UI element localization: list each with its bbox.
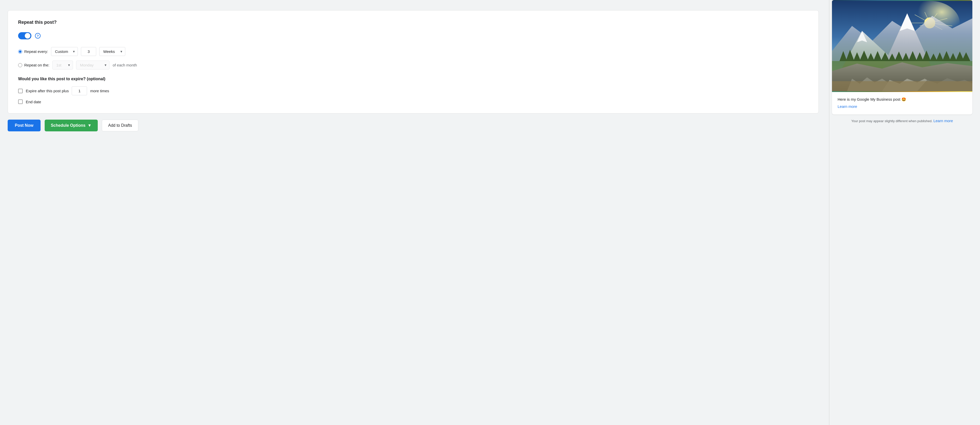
schedule-chevron-icon: ▼ <box>88 123 92 128</box>
preview-card: Here is my Google My Business post 🤩 Lea… <box>832 0 972 115</box>
preview-body: Here is my Google My Business post 🤩 Lea… <box>832 92 972 115</box>
panel-divider <box>829 0 829 425</box>
repeat-on-radio[interactable] <box>18 63 22 67</box>
repeat-number-input[interactable]: 3 <box>81 47 96 56</box>
period-select-wrapper: Days Weeks Months ▼ <box>99 47 125 56</box>
expire-number-input[interactable]: 1 <box>72 86 87 95</box>
expire-options: Expire after this post plus 1 more times… <box>18 86 808 104</box>
expire-after-row: Expire after this post plus 1 more times <box>18 86 808 95</box>
expire-title: Would you like this post to expire? (opt… <box>18 77 808 81</box>
right-panel: Here is my Google My Business post 🤩 Lea… <box>832 0 980 425</box>
repeat-every-label[interactable]: Repeat every: <box>18 50 48 54</box>
expire-section: Would you like this post to expire? (opt… <box>18 77 808 104</box>
custom-select[interactable]: Custom Daily Weekly Monthly <box>51 47 78 56</box>
repeat-every-radio[interactable] <box>18 50 22 54</box>
of-each-month-text: of each month <box>113 63 137 67</box>
custom-select-wrapper: Custom Daily Weekly Monthly ▼ <box>51 47 78 56</box>
help-icon[interactable]: ? <box>35 33 41 38</box>
disclaimer-learn-more-link[interactable]: Learn more <box>933 118 953 123</box>
repeat-toggle[interactable] <box>18 32 32 39</box>
action-bar: Post Now Schedule Options ▼ Add to Draft… <box>8 120 819 134</box>
repeat-on-row: Repeat on the: 1st 2nd 3rd 4th Last ▼ Mo… <box>18 61 808 70</box>
expire-after-checkbox[interactable] <box>18 89 23 93</box>
weekday-select[interactable]: Monday Tuesday Wednesday Thursday Friday… <box>76 61 110 70</box>
repeat-card: Repeat this post? ? Repeat every: Custom… <box>8 10 819 113</box>
end-date-label: End date <box>26 100 41 104</box>
toggle-row: ? <box>18 32 808 39</box>
period-select[interactable]: Days Weeks Months <box>99 47 125 56</box>
repeat-on-label[interactable]: Repeat on the: <box>18 63 49 67</box>
expire-after-label: Expire after this post plus <box>26 89 68 93</box>
svg-rect-40 <box>832 81 972 91</box>
left-panel: Repeat this post? ? Repeat every: Custom… <box>0 0 826 425</box>
add-to-drafts-button[interactable]: Add to Drafts <box>102 120 138 131</box>
preview-learn-more-link[interactable]: Learn more <box>838 104 857 109</box>
card-title: Repeat this post? <box>18 20 808 25</box>
schedule-options-button[interactable]: Schedule Options ▼ <box>45 120 98 131</box>
toggle-slider <box>18 32 32 39</box>
day-select-wrapper: 1st 2nd 3rd 4th Last ▼ <box>52 61 73 70</box>
post-now-button[interactable]: Post Now <box>8 120 41 131</box>
repeat-on-text: Repeat on the: <box>24 63 49 67</box>
preview-image <box>832 0 972 92</box>
mountain-svg <box>832 0 972 92</box>
day-select[interactable]: 1st 2nd 3rd 4th Last <box>52 61 73 70</box>
preview-text: Here is my Google My Business post 🤩 <box>838 97 967 102</box>
disclaimer-text: Your post may appear slightly different … <box>851 118 953 123</box>
repeat-every-row: Repeat every: Custom Daily Weekly Monthl… <box>18 47 808 56</box>
end-date-checkbox[interactable] <box>18 99 23 104</box>
repeat-every-text: Repeat every: <box>24 50 48 54</box>
end-date-row: End date <box>18 99 808 104</box>
weekday-select-wrapper: Monday Tuesday Wednesday Thursday Friday… <box>76 61 110 70</box>
more-times-text: more times <box>90 89 109 93</box>
schedule-options-label: Schedule Options <box>51 123 86 128</box>
